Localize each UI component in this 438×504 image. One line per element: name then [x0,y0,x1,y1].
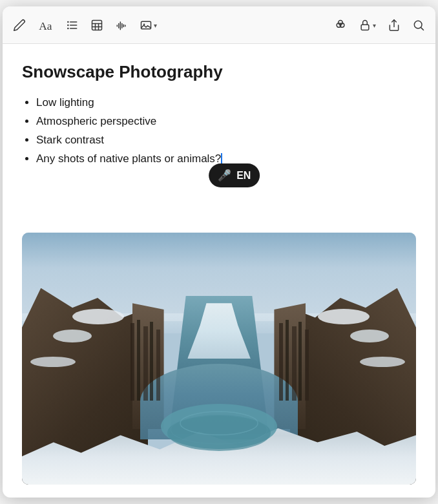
svg-point-25 [414,21,422,28]
image-dropdown-arrow[interactable]: ▾ [154,22,157,29]
voice-language-label: EN [236,170,251,182]
search-icon[interactable] [412,19,425,32]
svg-point-5 [67,27,69,29]
svg-rect-7 [92,20,102,30]
document-content: Snowscape Photography Low lighting Atmos… [3,44,435,233]
voice-input-pill[interactable]: 🎤 EN [209,163,260,187]
image-icon[interactable]: ▾ [140,19,157,32]
water-flow [140,364,298,439]
snowscape-photo [22,233,416,485]
bullet-list: Low lighting Atmospheric perspective Sta… [22,94,416,169]
svg-point-3 [67,24,69,26]
table-icon[interactable] [90,19,103,32]
lock-dropdown-arrow[interactable]: ▾ [373,22,376,29]
toolbar-left-group: Aa [13,17,157,34]
list-item: Low lighting [36,94,416,112]
microphone-icon: 🎤 [218,169,231,182]
text-cursor [221,153,222,165]
svg-point-1 [67,21,69,23]
collaborate-icon[interactable] [334,19,347,32]
lock-icon[interactable]: ▾ [359,19,376,32]
svg-text:Aa: Aa [39,19,52,32]
list-item: Atmospheric perspective [36,112,416,131]
share-icon[interactable] [388,19,401,32]
toolbar: Aa [3,6,435,44]
list-icon[interactable] [66,19,79,32]
app-window: Aa [3,6,435,498]
list-item: Stark contrast [36,131,416,150]
photo-container [22,233,416,485]
svg-rect-23 [361,25,369,30]
toolbar-right-group: ▾ [334,19,425,32]
svg-line-26 [421,27,424,30]
document-title: Snowscape Photography [22,62,416,82]
font-icon[interactable]: Aa [37,17,54,34]
pencil-icon[interactable] [13,19,26,32]
audio-icon[interactable] [115,19,128,32]
